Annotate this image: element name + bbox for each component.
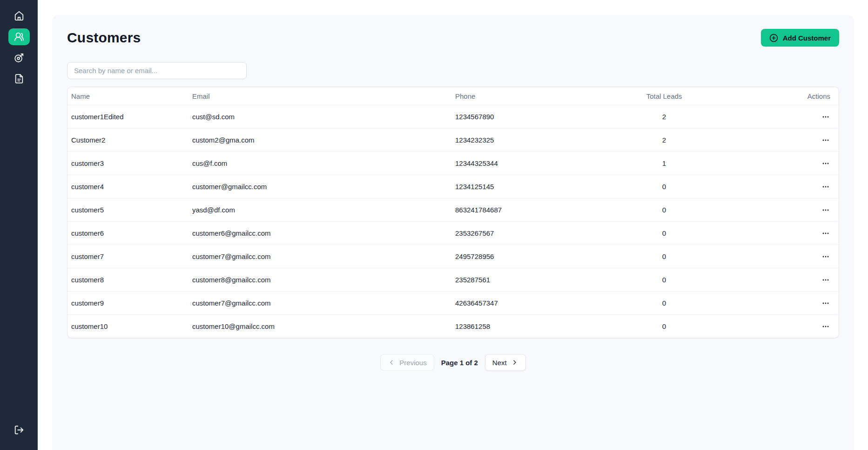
cell-actions — [714, 297, 839, 310]
sidebar — [0, 0, 38, 450]
table-row: customer6customer6@gmailcc.com2353267567… — [67, 221, 839, 245]
sidebar-item-leads[interactable] — [8, 48, 30, 67]
next-page-button[interactable]: Next — [485, 354, 526, 371]
logout-button[interactable] — [8, 421, 30, 439]
page-header: Customers Add Customer — [67, 29, 839, 47]
row-actions-button[interactable] — [817, 134, 830, 147]
row-actions-button[interactable] — [817, 110, 830, 123]
row-actions-button[interactable] — [817, 320, 830, 333]
cell-name: customer8 — [67, 276, 188, 284]
ellipsis-icon — [821, 326, 830, 333]
cell-name: Customer2 — [67, 136, 188, 144]
cell-email: customer8@gmailcc.com — [188, 276, 451, 284]
cell-phone: 1234125145 — [451, 183, 614, 191]
ellipsis-icon — [821, 209, 830, 216]
table-row: customer10customer10@gmailcc.com12386125… — [67, 314, 839, 338]
table-row: customer4customer@gmailcc.com12341251450 — [67, 175, 839, 198]
ellipsis-icon — [821, 186, 830, 193]
pagination: Previous Page 1 of 2 Next — [67, 354, 839, 371]
column-header-name: Name — [67, 92, 188, 100]
home-icon — [14, 11, 24, 21]
cell-actions — [714, 110, 839, 123]
cell-name: customer5 — [67, 206, 188, 214]
search-row — [67, 62, 839, 79]
cell-name: customer4 — [67, 183, 188, 191]
row-actions-button[interactable] — [817, 180, 830, 193]
cell-phone: 2495728956 — [451, 252, 614, 260]
cell-total-leads: 2 — [614, 113, 714, 121]
row-actions-button[interactable] — [817, 250, 830, 263]
table-row: customer8customer8@gmailcc.com2352875610 — [67, 268, 839, 291]
table-header-row: Name Email Phone Total Leads Actions — [67, 87, 839, 105]
sidebar-item-customers[interactable] — [8, 28, 30, 45]
cell-email: customer6@gmailcc.com — [188, 229, 451, 237]
cell-total-leads: 0 — [614, 183, 714, 191]
customers-table: Name Email Phone Total Leads Actions cus… — [67, 87, 839, 338]
customers-panel: Customers Add Customer Name Email Phone … — [52, 15, 854, 450]
cell-name: customer9 — [67, 299, 188, 307]
ellipsis-icon — [821, 256, 830, 263]
cell-email: customer7@gmailcc.com — [188, 252, 451, 260]
users-icon — [14, 32, 24, 42]
ellipsis-icon — [821, 232, 830, 239]
table-row: Customer2custom2@gma.com12342323252 — [67, 128, 839, 151]
cell-email: customer@gmailcc.com — [188, 183, 451, 191]
table-row: customer3cus@f.com123443253441 — [67, 151, 839, 175]
column-header-actions: Actions — [714, 92, 839, 100]
cell-actions — [714, 157, 839, 170]
cell-total-leads: 1 — [614, 159, 714, 167]
cell-actions — [714, 134, 839, 147]
cell-email: customer10@gmailcc.com — [188, 322, 451, 330]
cell-actions — [714, 320, 839, 333]
ellipsis-icon — [821, 116, 830, 123]
cell-name: customer6 — [67, 229, 188, 237]
cell-actions — [714, 204, 839, 217]
row-actions-button[interactable] — [817, 227, 830, 240]
page-status: Page 1 of 2 — [441, 359, 478, 367]
table-row: customer1Editedcust@sd.com12345678902 — [67, 105, 839, 128]
search-input[interactable] — [67, 62, 247, 79]
cell-total-leads: 2 — [614, 136, 714, 144]
table-body: customer1Editedcust@sd.com12345678902Cus… — [67, 105, 839, 338]
ellipsis-icon — [821, 279, 830, 286]
cell-phone: 235287561 — [451, 276, 614, 284]
cell-total-leads: 0 — [614, 229, 714, 237]
cell-name: customer3 — [67, 159, 188, 167]
cell-email: yasd@df.com — [188, 206, 451, 214]
row-actions-button[interactable] — [817, 157, 830, 170]
add-customer-button[interactable]: Add Customer — [761, 29, 839, 47]
sidebar-item-reports[interactable] — [8, 69, 30, 88]
chevron-left-icon — [388, 359, 395, 366]
column-header-total-leads: Total Leads — [614, 92, 714, 100]
cell-phone: 2353267567 — [451, 229, 614, 237]
table-row: customer9customer7@gmailcc.com4263645734… — [67, 291, 839, 314]
ellipsis-icon — [821, 163, 830, 170]
ellipsis-icon — [821, 139, 830, 146]
previous-page-button[interactable]: Previous — [380, 354, 434, 371]
row-actions-button[interactable] — [817, 297, 830, 310]
cell-actions — [714, 273, 839, 286]
cell-email: cust@sd.com — [188, 113, 451, 121]
chevron-right-icon — [511, 359, 518, 366]
cell-actions — [714, 227, 839, 240]
table-row: customer5yasd@df.com8632417846870 — [67, 198, 839, 221]
cell-actions — [714, 180, 839, 193]
cell-phone: 1234232325 — [451, 136, 614, 144]
next-page-label: Next — [492, 359, 507, 367]
cell-phone: 123861258 — [451, 322, 614, 330]
cell-actions — [714, 250, 839, 263]
cell-name: customer7 — [67, 252, 188, 260]
cell-email: cus@f.com — [188, 159, 451, 167]
sidebar-item-home[interactable] — [8, 7, 30, 25]
ellipsis-icon — [821, 302, 830, 309]
cell-email: customer7@gmailcc.com — [188, 299, 451, 307]
target-icon — [14, 53, 24, 63]
cell-total-leads: 0 — [614, 206, 714, 214]
row-actions-button[interactable] — [817, 204, 830, 217]
cell-total-leads: 0 — [614, 322, 714, 330]
column-header-email: Email — [188, 92, 451, 100]
cell-total-leads: 0 — [614, 299, 714, 307]
main-content: Customers Add Customer Name Email Phone … — [38, 0, 868, 450]
cell-email: custom2@gma.com — [188, 136, 451, 144]
row-actions-button[interactable] — [817, 273, 830, 286]
